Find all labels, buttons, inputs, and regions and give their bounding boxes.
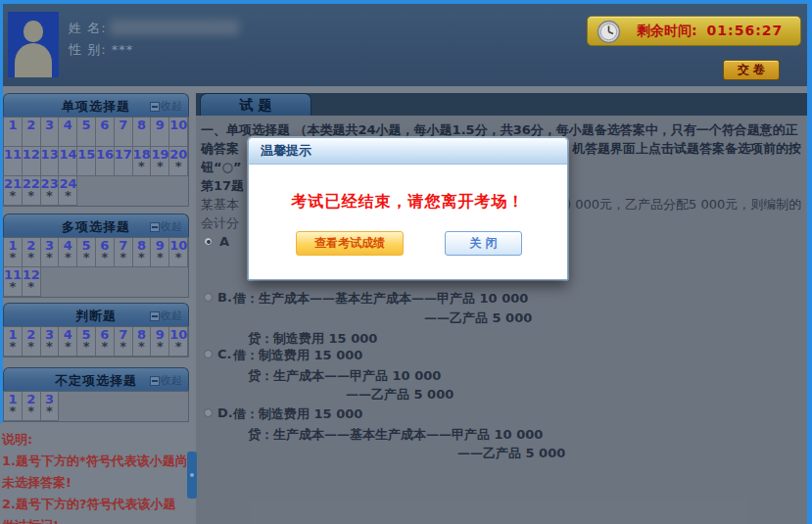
view-score-button[interactable]: 查看考试成绩	[296, 231, 404, 256]
notice-dialog: 温馨提示 考试已经结束，请您离开考场！ 查看考试成绩 关 闭	[248, 137, 568, 280]
dialog-body: 考试已经结束，请您离开考场！ 查看考试成绩 关 闭	[249, 165, 567, 279]
dialog-message: 考试已经结束，请您离开考场！	[249, 192, 567, 213]
exam-page: 姓 名: 性 别: *** 剩余时间:01:56:27 交 卷 单项选择题 收起…	[0, 0, 812, 524]
dialog-title: 温馨提示	[249, 138, 567, 165]
close-dialog-button[interactable]: 关 闭	[445, 231, 522, 256]
